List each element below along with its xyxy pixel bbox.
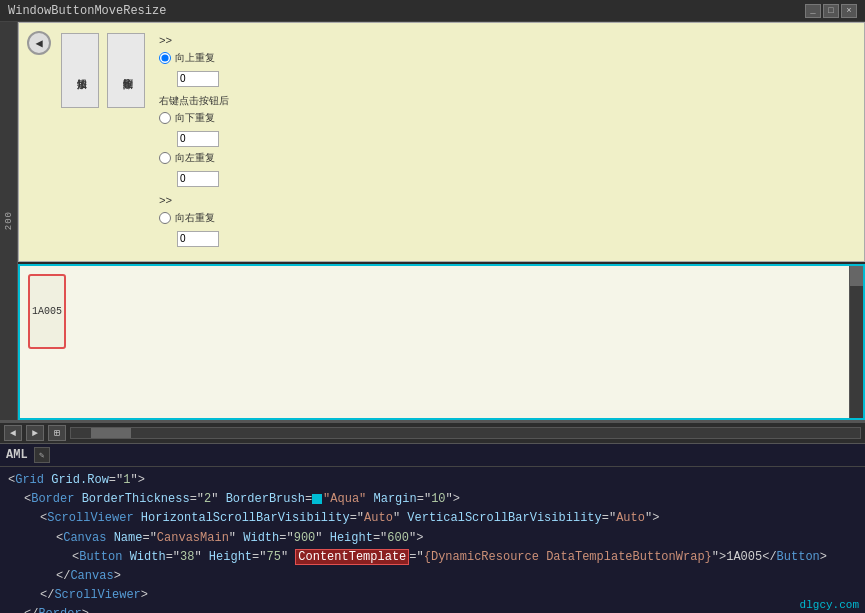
window-controls[interactable]: _ □ × [805,4,857,18]
option-row-up: 向上重复 [159,51,229,65]
input-down[interactable] [177,131,219,147]
option-row-right: 向右重复 [159,211,229,225]
code-line-5: <Button Width="38" Height="75" ContentTe… [8,548,857,567]
bottom-toolbar: ◄ ► ⊞ [0,422,865,444]
canvas-button-element[interactable]: 1A005 [28,274,66,349]
horizontal-scrollbar[interactable] [70,427,861,439]
aml-edit-button[interactable]: ✎ [34,447,50,463]
ruler-left: 200 [0,22,18,420]
input-left[interactable] [177,171,219,187]
window-title: WindowButtonMoveResize [8,4,805,18]
aml-header: AML ✎ [0,444,865,467]
aml-label: AML [6,448,28,462]
input-up[interactable] [177,71,219,87]
radio-right[interactable] [159,212,171,224]
delete-button[interactable]: 删除按钮 [107,33,145,108]
code-line-7: </ScrollViewer> [8,586,857,605]
watermark: dlgcy.com [800,599,859,611]
code-line-8: </Border> [8,605,857,613]
toolbar-left-btn[interactable]: ◄ [4,425,22,441]
h-scrollbar-thumb[interactable] [91,428,131,438]
radio-down[interactable] [159,112,171,124]
option-row-down: 向下重复 [159,111,229,125]
label-right: 向右重复 [175,211,215,225]
minimize-button[interactable]: _ [805,4,821,18]
toolbar-right-btn[interactable]: ► [26,425,44,441]
code-line-6: </Canvas> [8,567,857,586]
ruler-text: 200 [4,211,14,230]
grid-button[interactable]: ⊞ [48,425,66,441]
aml-section: AML ✎ <Grid Grid.Row="1"> <Border Border… [0,444,865,613]
design-area: 200 ◀ 添加按钮 删除按钮 >> 向上重复 右键点击按钮后 [0,22,865,422]
right-click-label: 右键点击按钮后 [159,96,229,107]
option-row-left: 向左重复 [159,151,229,165]
arrow-label-1: >> [159,35,172,47]
radio-left[interactable] [159,152,171,164]
label-up: 向上重复 [175,51,215,65]
vertical-scrollbar[interactable] [849,266,863,418]
canvas-area: 1A005 [18,264,865,420]
code-line-3: <ScrollViewer HorizontalScrollBarVisibil… [8,509,857,528]
code-line-4: <Canvas Name="CanvasMain" Width="900" He… [8,529,857,548]
options-panel: >> 向上重复 右键点击按钮后 向下重复 [159,31,229,247]
buttons-column: 添加按钮 删除按钮 [61,33,145,108]
content-template-highlight: ContentTemplate [295,549,409,565]
label-down: 向下重复 [175,111,215,125]
canvas-inner: 1A005 [20,266,863,418]
code-line-2: <Border BorderThickness="2" BorderBrush=… [8,490,857,509]
scrollbar-thumb[interactable] [850,266,863,286]
arrow-label-2: >> [159,195,172,207]
back-button[interactable]: ◀ [27,31,51,55]
title-bar: WindowButtonMoveResize _ □ × [0,0,865,22]
add-button[interactable]: 添加按钮 [61,33,99,108]
input-right[interactable] [177,231,219,247]
top-panel: ◀ 添加按钮 删除按钮 >> 向上重复 右键点击按钮后 [18,22,865,262]
label-left: 向左重复 [175,151,215,165]
radio-up[interactable] [159,52,171,64]
code-line-1: <Grid Grid.Row="1"> [8,471,857,490]
close-button[interactable]: × [841,4,857,18]
maximize-button[interactable]: □ [823,4,839,18]
code-area: <Grid Grid.Row="1"> <Border BorderThickn… [0,467,865,613]
